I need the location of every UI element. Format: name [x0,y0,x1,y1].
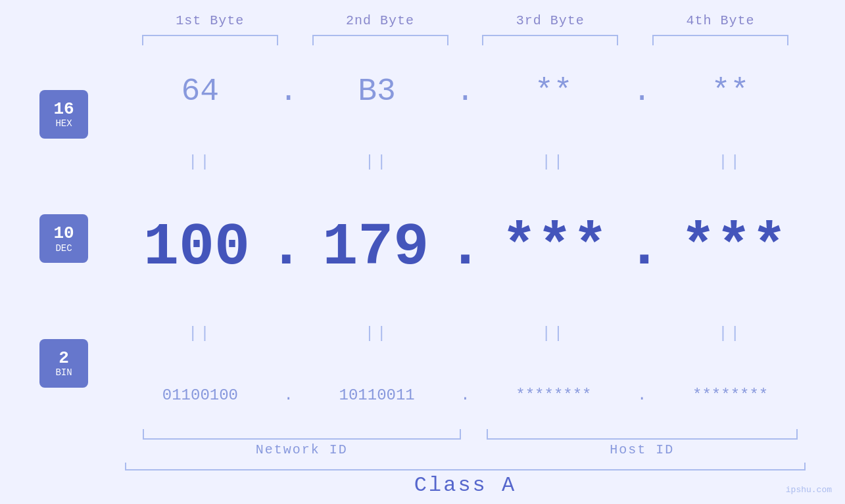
bracket-cell-1 [125,35,295,45]
host-id-label: Host ID [610,442,674,457]
hex-b2: B3 [302,74,452,109]
network-host-brackets: Network ID Host ID [125,429,806,457]
eq2-b2: || [302,325,452,342]
dec-badge-label: DEC [55,243,72,254]
main-container: 1st Byte 2nd Byte 3rd Byte 4th Byte 16 H… [0,0,845,504]
equals-row-2: || || || || [125,325,806,342]
hex-badge-number: 16 [53,100,74,119]
hex-b3: ** [479,74,629,109]
values-grid: 64 . B3 . ** . ** || || || || 100 [125,52,806,426]
hex-b1: 64 [125,74,276,109]
byte1-header: 1st Byte [125,13,295,28]
eq1-b4: || [655,153,806,171]
bin-badge-number: 2 [59,349,69,368]
eq2-b1: || [125,325,276,342]
bin-dot2: . [452,386,479,404]
dec-dot1: . [268,214,304,281]
byte-headers-row: 1st Byte 2nd Byte 3rd Byte 4th Byte [39,13,806,28]
bracket-cell-2 [295,35,466,45]
hex-badge: 16 HEX [39,90,88,139]
bracket-cell-3 [466,35,636,45]
dec-b2: 179 [304,218,447,277]
eq2-b4: || [655,325,806,342]
badges-column: 16 HEX 10 DEC 2 BIN [39,52,125,426]
host-bracket [487,429,798,440]
bin-b4: ******** [655,386,806,404]
dec-row: 100 . 179 . *** . *** [125,214,806,281]
dec-b4: *** [662,218,806,277]
bracket-3 [482,35,618,45]
main-content: 16 HEX 10 DEC 2 BIN 64 . B3 . ** . ** [39,52,806,426]
bin-dot3: . [629,386,655,404]
dec-dot3: . [627,214,662,281]
bracket-1 [142,35,278,45]
dec-badge-number: 10 [53,224,74,243]
dec-dot2: . [447,214,483,281]
eq2-b3: || [479,325,629,342]
byte4-header: 4th Byte [635,13,806,28]
network-bracket [143,429,461,440]
top-brackets [39,35,806,45]
hex-b4: ** [655,74,806,109]
network-id-area: Network ID [125,429,479,457]
bin-badge-label: BIN [55,367,72,378]
equals-row-1: || || || || [125,153,806,171]
dec-b1: 100 [125,218,268,277]
bin-b3: ******** [479,386,629,404]
overall-bracket [125,463,806,470]
eq1-b1: || [125,153,276,171]
dec-b3: *** [483,218,627,277]
watermark: ipshu.com [786,485,832,495]
host-id-area: Host ID [479,429,806,457]
bin-badge: 2 BIN [39,339,88,388]
eq1-b2: || [302,153,452,171]
class-label: Class A [125,473,806,497]
bin-row: 01100100 . 10110011 . ******** . *******… [125,386,806,404]
byte3-header: 3rd Byte [466,13,636,28]
hex-dot3: . [629,74,655,109]
bracket-2 [312,35,448,45]
hex-dot2: . [452,74,479,109]
bottom-area: Network ID Host ID Class A [39,429,806,497]
bin-b2: 10110011 [302,386,452,404]
hex-badge-label: HEX [55,118,72,129]
byte2-header: 2nd Byte [295,13,466,28]
bin-b1: 01100100 [125,386,276,404]
dec-badge: 10 DEC [39,214,88,263]
eq1-b3: || [479,153,629,171]
network-id-label: Network ID [256,442,348,457]
hex-row: 64 . B3 . ** . ** [125,74,806,109]
bracket-cell-4 [635,35,806,45]
bin-dot1: . [276,386,302,404]
overall-bracket-row [125,463,806,470]
hex-dot1: . [276,74,302,109]
bracket-4 [652,35,788,45]
